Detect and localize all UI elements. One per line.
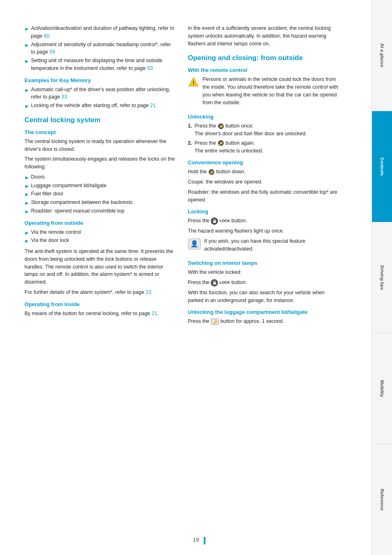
bullet-arrow-icon: ▶: [25, 58, 29, 64]
concept-bullet-storage: ▶ Storage compartment between the backre…: [24, 199, 176, 206]
warning-text: Persons or animals in the vehicle could …: [203, 76, 339, 106]
switching-p1: With the vehicle locked:: [188, 269, 339, 276]
warning-box: ! Persons or animals in the vehicle coul…: [188, 76, 339, 109]
svg-text:🔑: 🔑: [219, 125, 223, 129]
bullet-arrow-icon: ▶: [25, 175, 29, 181]
lock-label: LOCK: [220, 219, 230, 223]
link-59[interactable]: 59: [49, 49, 55, 55]
bullet-arrow-icon: ▶: [25, 238, 29, 244]
sidebar-tab-reference[interactable]: Reference: [372, 444, 392, 555]
intro-bullet-list: ▶ Activation/deactivation and duration o…: [24, 25, 176, 72]
right-column: In the event of a sufficiently severe ac…: [188, 25, 339, 539]
note-icon: 👤: [188, 238, 201, 250]
svg-text:🔑: 🔑: [209, 170, 214, 175]
switching-p2: Press the LOCK button.: [188, 279, 339, 286]
concept-bullet-list: ▶ Doors ▶ Luggage compartment lid/tailga…: [24, 173, 176, 215]
bullet-arrow-icon: ▶: [25, 200, 29, 206]
luggage-p1: Press the 🔑 button for approx. 1 second.: [188, 318, 339, 325]
intro-bullet-2: ▶ Adjustment of sensitivity of automatic…: [24, 41, 176, 56]
main-content: ▶ Activation/deactivation and duration o…: [0, 0, 372, 555]
example-bullet-1: ▶ Automatic call-up* of the driver's sea…: [24, 86, 176, 101]
sidebar: At a glance Controls Driving tips Mobili…: [372, 0, 392, 555]
intro-bullet-1: ▶ Activation/deactivation and duration o…: [24, 25, 176, 40]
unlocking-list: 1. Press the 🔑 button once. The driver's…: [188, 122, 339, 154]
sidebar-tab-label: Mobility: [380, 380, 385, 397]
concept-bullet-doors: ▶ Doors: [24, 173, 176, 181]
sidebar-tab-driving-tips[interactable]: Driving tips: [372, 222, 392, 333]
outside-bullet-remote: ▶ Via the remote control: [24, 228, 176, 236]
page-container: ▶ Activation/deactivation and duration o…: [0, 0, 392, 555]
bullet-arrow-icon: ▶: [25, 208, 29, 215]
convenience-p3: Coupe: the windows are opened.: [188, 178, 339, 186]
central-locking-heading: Central locking system: [24, 116, 176, 124]
link-23[interactable]: 23: [146, 289, 151, 295]
sidebar-tab-at-a-glance[interactable]: At a glance: [372, 0, 392, 111]
locking-note: If you wish, you can have this special f…: [204, 237, 339, 253]
link-21-lock[interactable]: 21: [150, 103, 156, 108]
concept-p1: The central locking system is ready for …: [24, 138, 176, 153]
operating-outside-bullets: ▶ Via the remote control ▶ Via the door …: [24, 228, 176, 245]
bullet-arrow-icon: ▶: [25, 103, 29, 109]
bullet-arrow-icon: ▶: [25, 26, 29, 32]
svg-rect-11: [213, 282, 216, 284]
bullet-arrow-icon: ▶: [25, 230, 29, 236]
svg-rect-8: [213, 221, 216, 223]
outside-bullet-door: ▶ Via the door lock: [24, 237, 176, 244]
note-box: 👤 If you wish, you can have this special…: [188, 237, 339, 255]
convenience-heading: Convenience opening: [188, 159, 339, 166]
unlock-step-1: 1. Press the 🔑 button once. The driver's…: [188, 122, 339, 138]
remote-heading: With the remote control: [188, 67, 339, 73]
convenience-p1: Hold the 🔑 button down.: [188, 168, 339, 176]
operating-inside-p1: By means of the button for central locki…: [24, 310, 176, 318]
unlocking-heading: Unlocking: [188, 114, 339, 120]
left-column: ▶ Activation/deactivation and duration o…: [24, 25, 176, 539]
bullet-arrow-icon: ▶: [25, 87, 29, 93]
sidebar-tab-label: At a glance: [380, 43, 385, 67]
sidebar-tab-mobility[interactable]: Mobility: [372, 333, 392, 444]
link-50[interactable]: 50: [147, 65, 153, 71]
concept-heading: The concept: [24, 129, 176, 135]
bullet-arrow-icon: ▶: [25, 183, 29, 189]
sidebar-tab-label: Controls: [380, 157, 385, 176]
examples-heading: Examples for Key Memory: [24, 77, 176, 83]
locking-p1: Press the LOCK button.: [188, 217, 339, 225]
svg-text:👤: 👤: [190, 240, 198, 248]
svg-text:🔑: 🔑: [219, 141, 223, 145]
concept-p2: The system simultaneously engages and re…: [24, 155, 176, 171]
concept-bullet-fuel: ▶ Fuel filler door: [24, 190, 176, 198]
examples-bullet-list: ▶ Automatic call-up* of the driver's sea…: [24, 86, 176, 110]
right-intro-p: In the event of a sufficiently severe ac…: [188, 25, 339, 47]
warning-triangle-icon: !: [188, 76, 199, 88]
intro-bullet-3: ▶ Setting unit of measure for displaying…: [24, 57, 176, 72]
svg-text:!: !: [193, 80, 195, 86]
sidebar-tab-label: Driving tips: [380, 265, 385, 290]
sidebar-tab-controls[interactable]: Controls: [372, 111, 392, 222]
operating-outside-p2: For further details of the alarm system*…: [24, 289, 176, 296]
example-bullet-2: ▶ Locking of the vehicle after starting …: [24, 102, 176, 110]
operating-inside-heading: Operating from inside: [24, 301, 176, 307]
lock-icon: [211, 217, 218, 225]
bullet-arrow-icon: ▶: [25, 42, 29, 48]
bullet-arrow-icon: ▶: [25, 191, 29, 197]
operating-outside-heading: Operating from outside: [24, 220, 176, 226]
remote-key-icon-3: 🔑: [208, 169, 215, 175]
trunk-icon: 🔑: [211, 318, 219, 325]
remote-key-icon-2: 🔑: [218, 140, 224, 146]
lock-label-2: LOCK: [220, 280, 230, 284]
locking-p3: The hazard warning flashers light up onc…: [188, 227, 339, 235]
lock-icon-2: [211, 279, 218, 286]
unlock-step-2: 2. Press the 🔑 button again. The entire …: [188, 139, 339, 155]
link-60[interactable]: 60: [44, 33, 49, 39]
convenience-p4: Roadster: the windows and the fully auto…: [188, 188, 339, 204]
switching-heading: Switching on interior lamps: [188, 260, 339, 266]
opening-heading: Opening and closing: from outside: [188, 54, 339, 62]
page-number-bar: [204, 537, 205, 544]
page-number: 19: [193, 537, 199, 543]
link-21-central[interactable]: 21: [151, 311, 157, 316]
link-33[interactable]: 33: [61, 94, 67, 100]
concept-bullet-roadster: ▶ Roadster: opened manual convertible to…: [24, 207, 176, 215]
luggage-heading: Unlocking the luggage compartment lid/ta…: [188, 309, 339, 315]
concept-bullet-luggage: ▶ Luggage compartment lid/tailgate: [24, 182, 176, 190]
remote-key-icon: 🔑: [218, 123, 224, 130]
operating-outside-p1: The anti-theft system is operated at the…: [24, 248, 176, 286]
